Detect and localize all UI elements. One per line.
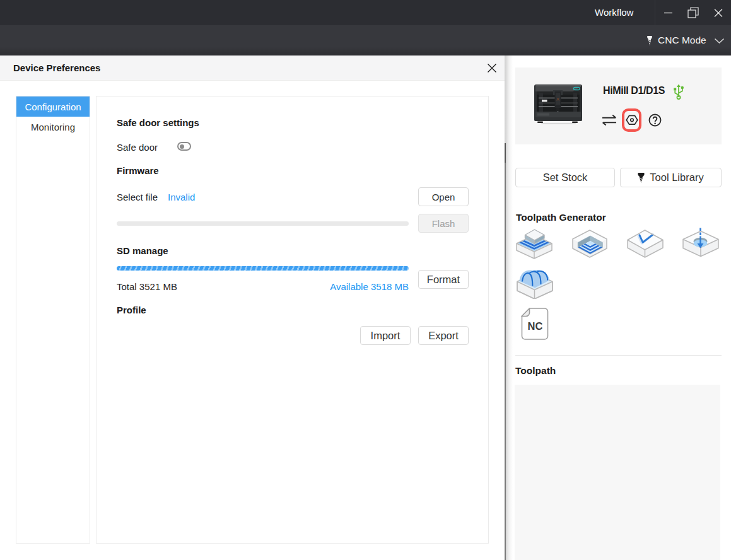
svg-text:NC: NC (528, 320, 543, 332)
